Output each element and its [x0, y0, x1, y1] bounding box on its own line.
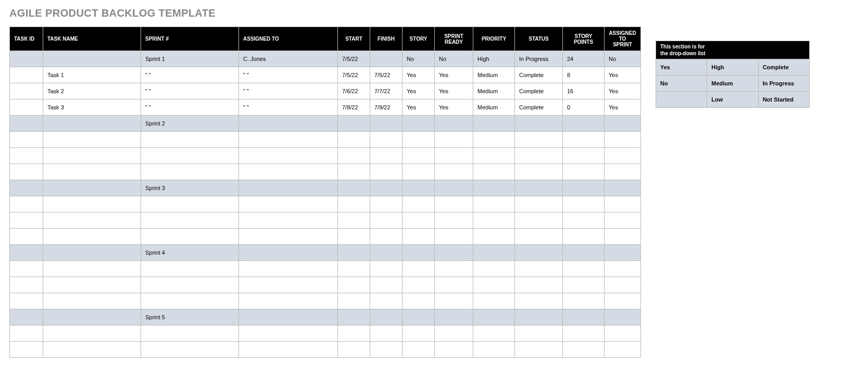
- cell-priority[interactable]: [473, 212, 515, 229]
- cell-sprint-ready[interactable]: [435, 116, 473, 132]
- cell-priority[interactable]: [473, 180, 515, 196]
- cell-finish[interactable]: [370, 326, 402, 342]
- cell-sprint-ready[interactable]: [435, 229, 473, 245]
- cell-priority[interactable]: [473, 132, 515, 148]
- cell-story[interactable]: Yes: [402, 67, 435, 83]
- cell-assigned-to[interactable]: " ": [239, 83, 338, 99]
- cell-status[interactable]: [515, 116, 563, 132]
- cell-task-name[interactable]: [43, 212, 141, 229]
- cell-sprint-ready[interactable]: Yes: [435, 67, 473, 83]
- cell-assigned-to-sprint[interactable]: [605, 342, 641, 358]
- cell-finish[interactable]: [370, 293, 402, 309]
- cell-task-name[interactable]: [43, 148, 141, 164]
- cell-priority[interactable]: [473, 293, 515, 309]
- cell-story[interactable]: [402, 180, 435, 196]
- cell-finish[interactable]: 7/7/22: [370, 83, 402, 99]
- cell-status[interactable]: [515, 309, 563, 326]
- cell-task-id[interactable]: [10, 67, 43, 83]
- cell-story-points[interactable]: [563, 261, 605, 277]
- cell-sprint-no[interactable]: Sprint 4: [141, 245, 239, 261]
- cell-task-id[interactable]: [10, 229, 43, 245]
- cell-story[interactable]: [402, 212, 435, 229]
- cell-finish[interactable]: [370, 245, 402, 261]
- cell-sprint-ready[interactable]: [435, 261, 473, 277]
- cell-story[interactable]: [402, 196, 435, 212]
- cell-story-points[interactable]: [563, 212, 605, 229]
- cell-sprint-no[interactable]: [141, 132, 239, 148]
- cell-story-points[interactable]: [563, 132, 605, 148]
- cell-start[interactable]: [338, 180, 370, 196]
- cell-sprint-no[interactable]: [141, 148, 239, 164]
- cell-task-id[interactable]: [10, 293, 43, 309]
- cell-sprint-no[interactable]: [141, 229, 239, 245]
- cell-priority[interactable]: [473, 116, 515, 132]
- cell-priority[interactable]: [473, 342, 515, 358]
- cell-task-id[interactable]: [10, 83, 43, 99]
- cell-priority[interactable]: [473, 309, 515, 326]
- cell-status[interactable]: In Progress: [515, 51, 563, 67]
- cell-status[interactable]: [515, 212, 563, 229]
- cell-story[interactable]: [402, 326, 435, 342]
- cell-story-points[interactable]: [563, 342, 605, 358]
- cell-assigned-to[interactable]: C. Jones: [239, 51, 338, 67]
- cell-sprint-ready[interactable]: [435, 180, 473, 196]
- cell-story[interactable]: [402, 148, 435, 164]
- cell-story-points[interactable]: [563, 293, 605, 309]
- cell-task-id[interactable]: [10, 261, 43, 277]
- cell-assigned-to[interactable]: " ": [239, 99, 338, 116]
- cell-assigned-to[interactable]: [239, 148, 338, 164]
- cell-assigned-to[interactable]: [239, 261, 338, 277]
- cell-sprint-no[interactable]: [141, 293, 239, 309]
- cell-story[interactable]: Yes: [402, 83, 435, 99]
- cell-finish[interactable]: [370, 116, 402, 132]
- cell-start[interactable]: [338, 245, 370, 261]
- cell-status[interactable]: [515, 164, 563, 180]
- cell-finish[interactable]: [370, 309, 402, 326]
- cell-assigned-to-sprint[interactable]: [605, 309, 641, 326]
- cell-finish[interactable]: [370, 132, 402, 148]
- cell-priority[interactable]: [473, 326, 515, 342]
- cell-task-name[interactable]: Task 3: [43, 99, 141, 116]
- cell-sprint-no[interactable]: Sprint 2: [141, 116, 239, 132]
- cell-assigned-to[interactable]: [239, 309, 338, 326]
- cell-start[interactable]: [338, 116, 370, 132]
- cell-assigned-to[interactable]: [239, 116, 338, 132]
- cell-task-name[interactable]: Task 1: [43, 67, 141, 83]
- cell-story[interactable]: [402, 116, 435, 132]
- cell-assigned-to-sprint[interactable]: [605, 180, 641, 196]
- cell-story-points[interactable]: [563, 229, 605, 245]
- cell-task-name[interactable]: [43, 132, 141, 148]
- cell-story-points[interactable]: [563, 196, 605, 212]
- cell-sprint-ready[interactable]: [435, 132, 473, 148]
- cell-assigned-to-sprint[interactable]: [605, 261, 641, 277]
- cell-sprint-ready[interactable]: [435, 309, 473, 326]
- cell-priority[interactable]: [473, 196, 515, 212]
- cell-sprint-ready[interactable]: [435, 293, 473, 309]
- cell-sprint-no[interactable]: " ": [141, 99, 239, 116]
- cell-task-name[interactable]: [43, 245, 141, 261]
- cell-assigned-to[interactable]: [239, 180, 338, 196]
- cell-task-name[interactable]: [43, 326, 141, 342]
- cell-finish[interactable]: [370, 196, 402, 212]
- cell-status[interactable]: [515, 180, 563, 196]
- cell-assigned-to-sprint[interactable]: [605, 229, 641, 245]
- cell-status[interactable]: [515, 293, 563, 309]
- cell-task-id[interactable]: [10, 164, 43, 180]
- cell-task-id[interactable]: [10, 277, 43, 293]
- cell-story[interactable]: [402, 245, 435, 261]
- cell-assigned-to[interactable]: [239, 293, 338, 309]
- cell-status[interactable]: [515, 245, 563, 261]
- cell-story[interactable]: [402, 277, 435, 293]
- cell-sprint-no[interactable]: " ": [141, 67, 239, 83]
- cell-task-id[interactable]: [10, 245, 43, 261]
- cell-assigned-to[interactable]: " ": [239, 67, 338, 83]
- cell-story[interactable]: [402, 309, 435, 326]
- cell-task-id[interactable]: [10, 99, 43, 116]
- cell-status[interactable]: [515, 326, 563, 342]
- cell-task-name[interactable]: [43, 309, 141, 326]
- cell-task-name[interactable]: [43, 116, 141, 132]
- cell-story-points[interactable]: [563, 164, 605, 180]
- cell-start[interactable]: [338, 293, 370, 309]
- dropdown-yesno-cell[interactable]: [656, 92, 707, 108]
- cell-priority[interactable]: [473, 229, 515, 245]
